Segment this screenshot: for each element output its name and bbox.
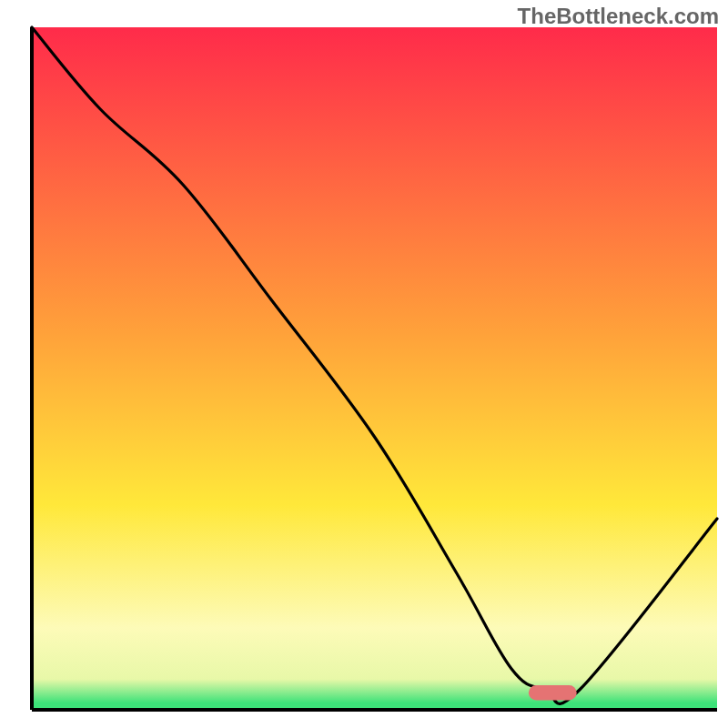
chart-container: TheBottleneck.com xyxy=(0,0,728,728)
bottleneck-chart xyxy=(0,0,728,728)
watermark-text: TheBottleneck.com xyxy=(518,4,719,29)
gradient-background xyxy=(32,27,717,710)
optimal-range-marker xyxy=(529,685,577,701)
